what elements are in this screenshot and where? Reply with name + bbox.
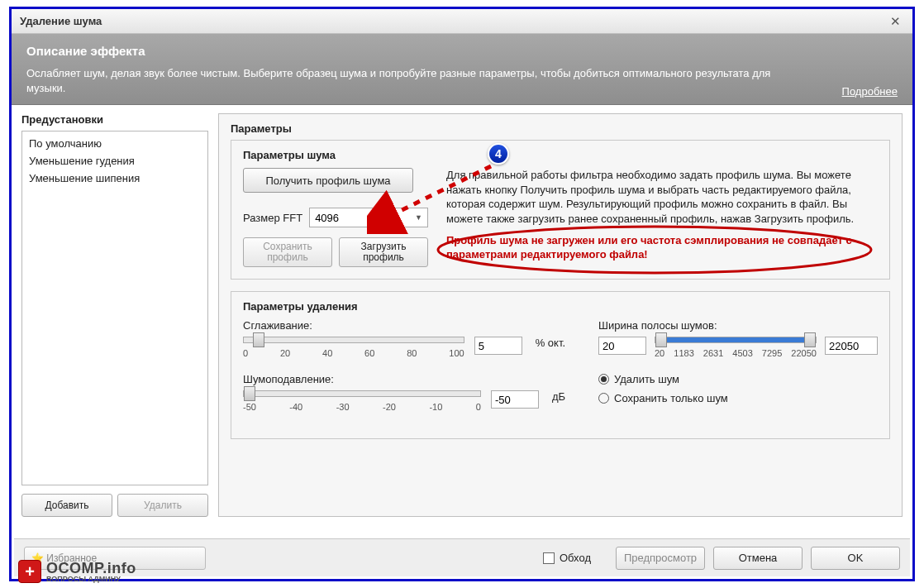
slider-thumb[interactable] [253, 332, 264, 347]
noise-info-text: Для правильной работы фильтра необходимо… [446, 168, 878, 226]
radio-icon [598, 393, 609, 404]
preset-item[interactable]: Уменьшение гудения [26, 152, 204, 170]
watermark-main: OCOMP.info [46, 561, 136, 576]
reduction-ticks: -50 -40 -30 -20 -10 0 [243, 402, 481, 412]
removal-parameters-title: Параметры удаления [243, 300, 878, 313]
noise-parameters-title: Параметры шума [243, 149, 878, 161]
bypass-checkbox[interactable]: Обход [543, 552, 591, 564]
annotation-ellipse-icon [431, 223, 878, 276]
ok-button[interactable]: OK [811, 547, 900, 570]
add-preset-button[interactable]: Добавить [21, 494, 112, 517]
window-title: Удаление шума [20, 15, 886, 27]
radio-keep-noise[interactable]: Сохранить только шум [598, 392, 878, 404]
watermark-logo-icon: + [18, 560, 41, 583]
reduction-input[interactable] [491, 390, 539, 409]
watermark-sub: ВОПРОСЫ АДМИНУ [46, 576, 136, 583]
effect-description-heading: Описание эффекта [26, 44, 898, 58]
parameters-title: Параметры [231, 122, 890, 135]
parameters-panel: Параметры Параметры шума Получить профил… [218, 113, 903, 517]
noise-parameters-group: Параметры шума Получить профиль шума Раз… [231, 140, 890, 280]
more-link[interactable]: Подробнее [842, 85, 898, 98]
watermark: + OCOMP.info ВОПРОСЫ АДМИНУ [18, 560, 136, 583]
band-label: Ширина полосы шумов: [598, 319, 878, 332]
band-low-input[interactable] [598, 337, 646, 355]
presets-list[interactable]: По умолчанию Уменьшение гудения Уменьшен… [21, 131, 208, 485]
smoothing-unit: % окт. [536, 337, 565, 349]
noise-removal-dialog: Удаление шума ✕ Описание эффекта Ослабля… [9, 7, 915, 581]
fft-size-select[interactable]: 4096 [309, 208, 428, 227]
reduction-unit: дБ [552, 390, 565, 403]
remove-preset-button: Удалить [117, 494, 208, 517]
get-noise-profile-button[interactable]: Получить профиль шума [243, 168, 413, 193]
presets-panel: Предустановки По умолчанию Уменьшение гу… [21, 113, 208, 517]
cancel-button[interactable]: Отмена [713, 547, 803, 570]
presets-title: Предустановки [21, 113, 208, 126]
load-profile-button[interactable]: Загрузить профиль [339, 237, 428, 267]
slider-thumb[interactable] [244, 386, 255, 401]
removal-parameters-group: Параметры удаления Сглаживание: [231, 291, 890, 439]
band-slider[interactable] [655, 337, 817, 343]
radio-icon [598, 374, 609, 385]
smoothing-label: Сглаживание: [243, 319, 565, 332]
svg-point-0 [438, 227, 871, 273]
titlebar: Удаление шума ✕ [12, 9, 912, 34]
band-ticks: 20 1183 2631 4503 7295 22050 [655, 348, 817, 358]
save-profile-button: Сохранить профиль [243, 237, 332, 267]
slider-thumb-low[interactable] [655, 332, 667, 347]
fft-size-label: Размер FFT [243, 212, 302, 224]
smoothing-input[interactable] [474, 337, 522, 355]
smoothing-ticks: 0 20 40 60 80 100 [243, 348, 464, 358]
effect-description-panel: Описание эффекта Ослабляет шум, делая зв… [12, 34, 912, 105]
reduction-label: Шумоподавление: [243, 373, 565, 385]
dialog-footer: ⭐ Избранное Обход Предпросмотр Отмена OK [14, 538, 910, 576]
band-high-input[interactable] [825, 337, 878, 355]
preset-item[interactable]: Уменьшение шипения [26, 170, 204, 187]
reduction-slider[interactable] [243, 390, 481, 397]
smoothing-slider[interactable] [243, 337, 464, 343]
effect-description-text: Ослабляет шум, делая звук более чистым. … [26, 66, 803, 96]
close-icon[interactable]: ✕ [886, 12, 904, 31]
radio-remove-noise[interactable]: Удалить шум [598, 373, 878, 385]
preset-item[interactable]: По умолчанию [26, 135, 204, 152]
preview-button[interactable]: Предпросмотр [616, 547, 705, 570]
annotation-badge-4: 4 [488, 143, 509, 165]
checkbox-icon [543, 552, 555, 564]
slider-thumb-high[interactable] [804, 332, 816, 347]
